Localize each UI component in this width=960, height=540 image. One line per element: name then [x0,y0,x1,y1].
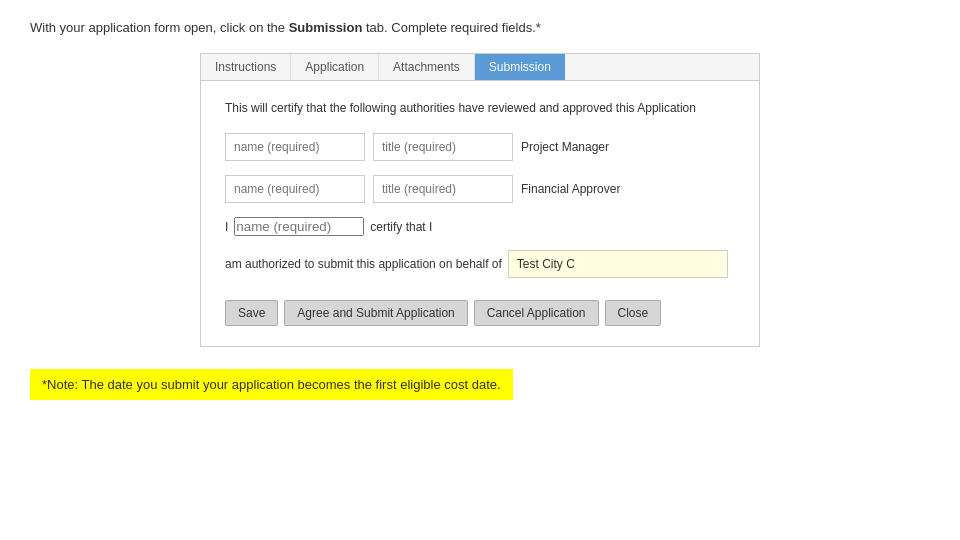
pm-role-label: Project Manager [521,140,631,154]
form-container: Instructions Application Attachments Sub… [200,53,760,347]
intro-text: With your application form open, click o… [30,20,930,35]
form-body: This will certify that the following aut… [201,81,759,346]
pm-title-input[interactable] [373,133,513,161]
tab-instructions[interactable]: Instructions [201,54,291,80]
note-text: *Note: The date you submit your applicat… [42,377,501,392]
certify-row: I certify that I [225,217,735,236]
save-button[interactable]: Save [225,300,278,326]
project-manager-row: Project Manager [225,133,735,161]
fa-role-label: Financial Approver [521,182,631,196]
tab-bar: Instructions Application Attachments Sub… [201,54,759,81]
fa-name-input[interactable] [225,175,365,203]
cancel-application-button[interactable]: Cancel Application [474,300,599,326]
certify-name-input[interactable] [234,217,364,236]
fa-title-input[interactable] [373,175,513,203]
behalf-text: am authorized to submit this application… [225,257,502,271]
certify-heading: This will certify that the following aut… [225,101,735,115]
buttons-row: Save Agree and Submit Application Cancel… [225,296,735,326]
intro-prefix: With your application form open, click o… [30,20,289,35]
intro-highlight: Submission [289,20,363,35]
agree-submit-button[interactable]: Agree and Submit Application [284,300,467,326]
certify-label: certify that I [370,220,432,234]
close-button[interactable]: Close [605,300,662,326]
tab-application[interactable]: Application [291,54,379,80]
note-box: *Note: The date you submit your applicat… [30,369,513,400]
tab-attachments[interactable]: Attachments [379,54,475,80]
i-label: I [225,220,228,234]
intro-suffix: tab. Complete required fields.* [362,20,540,35]
tab-submission[interactable]: Submission [475,54,565,80]
behalf-row: am authorized to submit this application… [225,250,735,278]
pm-name-input[interactable] [225,133,365,161]
financial-approver-row: Financial Approver [225,175,735,203]
behalf-input[interactable] [508,250,728,278]
